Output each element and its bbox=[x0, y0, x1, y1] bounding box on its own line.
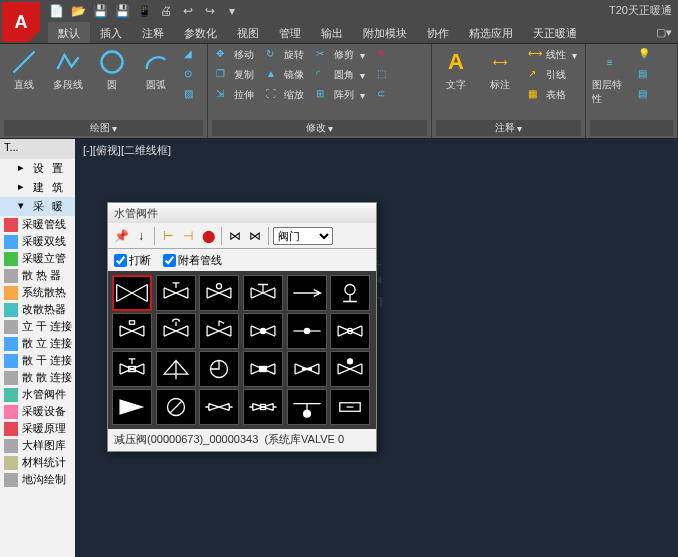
side-cat-settings[interactable]: ▸设置 bbox=[0, 159, 75, 178]
dim-button[interactable]: ⟷ 标注 bbox=[480, 46, 520, 94]
tab-manage[interactable]: 管理 bbox=[269, 22, 311, 43]
side-item-9[interactable]: 散 散 连接 bbox=[0, 369, 75, 386]
tb-color-icon[interactable]: ⬤ bbox=[199, 227, 217, 245]
tab-output[interactable]: 输出 bbox=[311, 22, 353, 43]
tab-annotate[interactable]: 注释 bbox=[132, 22, 174, 43]
side-cat-building[interactable]: ▸建筑 bbox=[0, 178, 75, 197]
tab-featured[interactable]: 精选应用 bbox=[459, 22, 523, 43]
draw-ext3[interactable]: ▨ bbox=[180, 86, 202, 104]
valve-symbol-17[interactable] bbox=[330, 351, 370, 387]
saveas-icon[interactable]: 💾 bbox=[114, 3, 130, 19]
opt-break[interactable]: 打断 bbox=[114, 253, 151, 268]
layerprops-button[interactable]: ≡ 图层特性 bbox=[590, 46, 630, 108]
valve-symbol-3[interactable] bbox=[243, 275, 283, 311]
tab-collab[interactable]: 协作 bbox=[417, 22, 459, 43]
linear-button[interactable]: ⟷线性▾ bbox=[524, 46, 581, 64]
panel-annotate-title[interactable]: 注释 ▾ bbox=[436, 120, 581, 136]
side-item-5[interactable]: 改散热器 bbox=[0, 301, 75, 318]
valve-symbol-18[interactable] bbox=[112, 389, 152, 425]
tb-end2-icon[interactable]: ⊣ bbox=[179, 227, 197, 245]
valve-symbol-11[interactable] bbox=[330, 313, 370, 349]
side-item-3[interactable]: 散 热 器 bbox=[0, 267, 75, 284]
valve-symbol-6[interactable] bbox=[112, 313, 152, 349]
side-item-15[interactable]: 地沟绘制 bbox=[0, 471, 75, 488]
side-item-4[interactable]: 系统散热 bbox=[0, 284, 75, 301]
stretch-button[interactable]: ⇲拉伸 bbox=[212, 86, 258, 104]
copy-button[interactable]: ❐复制 bbox=[212, 66, 258, 84]
tab-parametric[interactable]: 参数化 bbox=[174, 22, 227, 43]
layer-ext2[interactable]: ▤ bbox=[634, 66, 656, 84]
tab-more-icon[interactable]: ▢▾ bbox=[656, 26, 672, 39]
table-button[interactable]: ▦表格 bbox=[524, 86, 581, 104]
opt-break-checkbox[interactable] bbox=[114, 254, 127, 267]
valve-symbol-7[interactable] bbox=[156, 313, 196, 349]
side-item-0[interactable]: 采暖管线 bbox=[0, 216, 75, 233]
layer-ext3[interactable]: ▤ bbox=[634, 86, 656, 104]
valve-symbol-12[interactable] bbox=[112, 351, 152, 387]
web-icon[interactable]: 📱 bbox=[136, 3, 152, 19]
tb-end1-icon[interactable]: ⊢ bbox=[159, 227, 177, 245]
open-icon[interactable]: 📂 bbox=[70, 3, 86, 19]
valve-symbol-23[interactable] bbox=[330, 389, 370, 425]
trim-button[interactable]: ✂修剪▾ bbox=[312, 46, 369, 64]
tab-addins[interactable]: 附加模块 bbox=[353, 22, 417, 43]
side-item-11[interactable]: 采暖设备 bbox=[0, 403, 75, 420]
tab-tangent[interactable]: 天正暖通 bbox=[523, 22, 587, 43]
tb-valve1-icon[interactable]: ⋈ bbox=[226, 227, 244, 245]
valve-symbol-13[interactable] bbox=[156, 351, 196, 387]
line-button[interactable]: 直线 bbox=[4, 46, 44, 94]
valve-symbol-5[interactable] bbox=[330, 275, 370, 311]
polyline-button[interactable]: 多段线 bbox=[48, 46, 88, 94]
category-select[interactable]: 阀门 bbox=[273, 227, 333, 245]
scale-button[interactable]: ⛶缩放 bbox=[262, 86, 308, 104]
save-icon[interactable]: 💾 bbox=[92, 3, 108, 19]
redo-icon[interactable]: ↪ bbox=[202, 3, 218, 19]
app-logo[interactable]: A bbox=[2, 2, 40, 42]
rotate-button[interactable]: ↻旋转 bbox=[262, 46, 308, 64]
valve-symbol-14[interactable] bbox=[199, 351, 239, 387]
undo-icon[interactable]: ↩ bbox=[180, 3, 196, 19]
valve-symbol-21[interactable] bbox=[243, 389, 283, 425]
plot-icon[interactable]: 🖨 bbox=[158, 3, 174, 19]
tb-valve2-icon[interactable]: ⋈ bbox=[246, 227, 264, 245]
valve-symbol-15[interactable] bbox=[243, 351, 283, 387]
side-item-13[interactable]: 大样图库 bbox=[0, 437, 75, 454]
tb-down-icon[interactable]: ↓ bbox=[132, 227, 150, 245]
mirror-button[interactable]: ▲镜像 bbox=[262, 66, 308, 84]
side-cat-heating[interactable]: ▾采暖 bbox=[0, 197, 75, 216]
draw-ext2[interactable]: ⊙ bbox=[180, 66, 202, 84]
valve-symbol-20[interactable] bbox=[199, 389, 239, 425]
side-item-6[interactable]: 立 干 连接 bbox=[0, 318, 75, 335]
opt-attach[interactable]: 附着管线 bbox=[163, 253, 222, 268]
tb-pin-icon[interactable]: 📌 bbox=[112, 227, 130, 245]
layer-ext1[interactable]: 💡 bbox=[634, 46, 656, 64]
draw-ext1[interactable]: ◢ bbox=[180, 46, 202, 64]
valve-symbol-19[interactable] bbox=[156, 389, 196, 425]
view-label[interactable]: [-][俯视][二维线框] bbox=[75, 139, 678, 162]
side-item-2[interactable]: 采暖立管 bbox=[0, 250, 75, 267]
tab-default[interactable]: 默认 bbox=[48, 22, 90, 43]
fillet-button[interactable]: ◜圆角▾ bbox=[312, 66, 369, 84]
side-item-12[interactable]: 采暖原理 bbox=[0, 420, 75, 437]
array-button[interactable]: ⊞阵列▾ bbox=[312, 86, 369, 104]
qat-dropdown-icon[interactable]: ▾ bbox=[224, 3, 240, 19]
valve-symbol-22[interactable] bbox=[287, 389, 327, 425]
side-item-10[interactable]: 水管阀件 bbox=[0, 386, 75, 403]
tab-view[interactable]: 视图 bbox=[227, 22, 269, 43]
dialog-titlebar[interactable]: 水管阀件 bbox=[108, 203, 376, 223]
side-item-8[interactable]: 散 干 连接 bbox=[0, 352, 75, 369]
mod-ext2[interactable]: ⬚ bbox=[373, 66, 395, 84]
text-button[interactable]: A 文字 bbox=[436, 46, 476, 94]
move-button[interactable]: ✥移动 bbox=[212, 46, 258, 64]
valve-symbol-10[interactable] bbox=[287, 313, 327, 349]
mod-ext1[interactable]: ✎ bbox=[373, 46, 395, 64]
leader-button[interactable]: ↗引线 bbox=[524, 66, 581, 84]
valve-symbol-2[interactable] bbox=[199, 275, 239, 311]
side-item-14[interactable]: 材料统计 bbox=[0, 454, 75, 471]
valve-symbol-8[interactable] bbox=[199, 313, 239, 349]
valve-symbol-1[interactable] bbox=[156, 275, 196, 311]
valve-symbol-9[interactable] bbox=[243, 313, 283, 349]
side-item-1[interactable]: 采暖双线 bbox=[0, 233, 75, 250]
panel-modify-title[interactable]: 修改 ▾ bbox=[212, 120, 427, 136]
panel-draw-title[interactable]: 绘图 ▾ bbox=[4, 120, 203, 136]
